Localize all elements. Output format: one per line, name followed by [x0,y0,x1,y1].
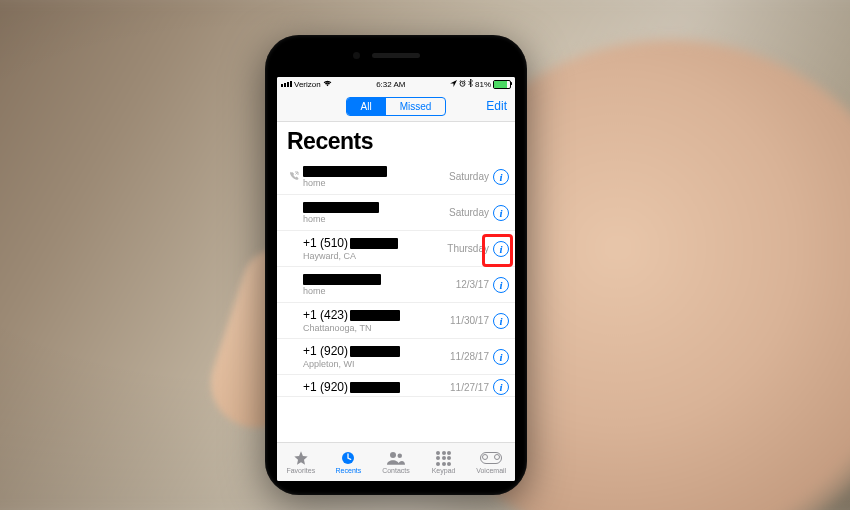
star-icon [293,450,309,466]
info-button[interactable]: i [493,205,509,221]
call-subtitle: home [303,214,449,224]
info-button[interactable]: i [493,349,509,365]
alarm-icon [459,80,466,89]
call-subtitle: Hayward, CA [303,251,447,261]
call-name: +1 (510) [303,236,447,250]
tab-label: Favorites [286,467,315,474]
call-name [303,166,449,177]
tab-label: Keypad [432,467,456,474]
tab-recents[interactable]: Recents [325,443,373,481]
call-date: 11/30/17 [450,315,489,326]
tab-voicemail[interactable]: Voicemail [467,443,515,481]
call-text: home [303,274,456,296]
front-camera [353,52,360,59]
call-row[interactable]: +1 (920) 11/27/17i [277,375,515,397]
filter-segmented-control[interactable]: All Missed [346,97,447,116]
tab-bar: Favorites Recents Contacts Keypad Voicem… [277,442,515,481]
tab-favorites[interactable]: Favorites [277,443,325,481]
location-icon [450,80,457,89]
call-row[interactable]: +1 (510) Hayward, CAThursdayi [277,231,515,267]
info-button[interactable]: i [493,313,509,329]
call-row[interactable]: +1 (423) Chattanooga, TN11/30/17i [277,303,515,339]
redacted-block [350,346,400,357]
call-subtitle: home [303,286,456,296]
svg-point-2 [390,452,396,458]
redacted-block [350,238,398,249]
call-date: 11/28/17 [450,351,489,362]
call-row[interactable]: homeSaturdayi [277,195,515,231]
voicemail-icon [480,450,502,466]
info-button[interactable]: i [493,277,509,293]
keypad-icon [436,450,451,466]
call-subtitle: Appleton, WI [303,359,450,369]
nav-bar: All Missed Edit [277,91,515,122]
bluetooth-icon [468,79,473,89]
status-bar: Verizon 6:32 AM 81% [277,77,515,91]
call-subtitle: Chattanooga, TN [303,323,450,333]
call-text: home [303,202,449,224]
signal-icon [281,81,292,87]
page-title: Recents [277,122,515,159]
redacted-block [350,382,400,393]
call-text: +1 (510) Hayward, CA [303,236,447,261]
call-text: +1 (423) Chattanooga, TN [303,308,450,333]
iphone-frame: Verizon 6:32 AM 81% All Missed Edit Rece… [265,35,527,495]
tab-label: Recents [336,467,362,474]
call-date: 11/27/17 [450,382,489,393]
call-row[interactable]: +1 (920) Appleton, WI11/28/17i [277,339,515,375]
carrier-label: Verizon [294,80,321,89]
call-text: home [303,166,449,188]
call-name: +1 (423) [303,308,450,322]
wifi-icon [323,80,332,89]
redacted-block [303,166,387,177]
redacted-block [303,202,379,213]
call-date: Thursday [447,243,489,254]
info-button[interactable]: i [493,169,509,185]
call-text: +1 (920) [303,380,450,394]
call-row[interactable]: homeSaturdayi [277,159,515,195]
call-date: Saturday [449,207,489,218]
call-name [303,274,456,285]
call-text: +1 (920) Appleton, WI [303,344,450,369]
segment-all[interactable]: All [347,98,386,115]
call-date: 12/3/17 [456,279,489,290]
outgoing-call-icon [287,171,301,183]
call-name [303,202,449,213]
tab-label: Voicemail [476,467,506,474]
svg-point-3 [397,454,402,459]
info-button[interactable]: i [493,379,509,395]
earpiece-speaker [372,53,420,58]
tab-contacts[interactable]: Contacts [372,443,420,481]
battery-pct-label: 81% [475,80,491,89]
recents-list[interactable]: homeSaturdayihomeSaturdayi+1 (510) Haywa… [277,159,515,442]
call-subtitle: home [303,178,449,188]
call-name: +1 (920) [303,380,450,394]
tab-label: Contacts [382,467,410,474]
redacted-block [303,274,381,285]
call-name: +1 (920) [303,344,450,358]
segment-missed[interactable]: Missed [386,98,446,115]
clock-label: 6:32 AM [376,80,405,89]
info-button[interactable]: i [493,241,509,257]
contacts-icon [387,450,405,466]
battery-icon [493,80,511,89]
tab-keypad[interactable]: Keypad [420,443,468,481]
redacted-block [350,310,400,321]
edit-button[interactable]: Edit [486,99,507,113]
call-row[interactable]: home12/3/17i [277,267,515,303]
clock-icon [340,450,356,466]
call-date: Saturday [449,171,489,182]
screen: Verizon 6:32 AM 81% All Missed Edit Rece… [277,77,515,481]
